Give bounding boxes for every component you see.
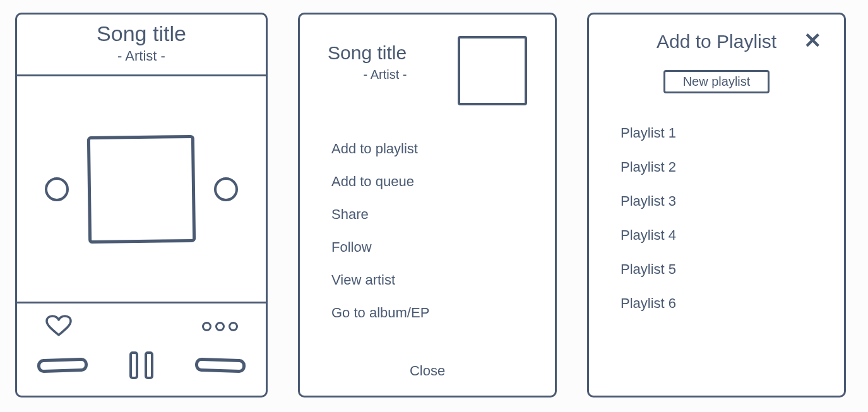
song-artist: - Artist - xyxy=(23,48,259,64)
playlist-item[interactable]: Playlist 1 xyxy=(621,125,816,141)
prev-track-button[interactable] xyxy=(45,177,69,201)
close-icon[interactable]: ✕ xyxy=(804,30,821,51)
playlist-item[interactable]: Playlist 5 xyxy=(621,261,816,278)
player-body xyxy=(17,76,266,302)
menu-item-add-to-playlist[interactable]: Add to playlist xyxy=(331,141,527,157)
add-to-playlist-screen: Add to Playlist ✕ New playlist Playlist … xyxy=(587,13,846,397)
skip-back-button[interactable] xyxy=(37,358,88,374)
playlist-item[interactable]: Playlist 2 xyxy=(621,159,816,175)
more-options-icon[interactable] xyxy=(202,322,238,331)
menu-item-follow[interactable]: Follow xyxy=(331,239,527,256)
menu-item-add-to-queue[interactable]: Add to queue xyxy=(331,174,527,190)
player-header: Song title - Artist - xyxy=(17,15,266,76)
footer-icons-row xyxy=(35,315,248,338)
song-title: Song title xyxy=(23,22,259,45)
pause-button[interactable] xyxy=(129,351,153,379)
playlist-item[interactable]: Playlist 3 xyxy=(621,193,816,209)
playlist-item[interactable]: Playlist 4 xyxy=(621,227,816,244)
song-artist: - Artist - xyxy=(328,68,443,82)
add-playlist-header: Add to Playlist ✕ xyxy=(617,31,816,52)
song-title: Song title xyxy=(328,42,443,64)
playlist-list: Playlist 1 Playlist 2 Playlist 3 Playlis… xyxy=(617,125,816,312)
skip-forward-button[interactable] xyxy=(195,358,246,374)
song-menu-screen: Song title - Artist - Add to playlist Ad… xyxy=(298,13,557,397)
add-playlist-title: Add to Playlist xyxy=(657,31,776,52)
close-button[interactable]: Close xyxy=(328,358,527,383)
player-footer xyxy=(17,302,266,396)
next-track-button[interactable] xyxy=(214,177,238,201)
menu-item-share[interactable]: Share xyxy=(331,206,527,223)
song-menu-header: Song title - Artist - xyxy=(328,36,527,105)
player-screen: Song title - Artist - xyxy=(15,13,268,397)
song-menu-list: Add to playlist Add to queue Share Follo… xyxy=(328,141,527,321)
new-playlist-button[interactable]: New playlist xyxy=(663,70,770,93)
album-art[interactable] xyxy=(87,135,196,244)
menu-item-view-artist[interactable]: View artist xyxy=(331,272,527,288)
song-menu-titles: Song title - Artist - xyxy=(328,36,443,82)
menu-item-go-to-album[interactable]: Go to album/EP xyxy=(331,305,527,321)
album-thumbnail[interactable] xyxy=(458,36,527,105)
playlist-item[interactable]: Playlist 6 xyxy=(621,295,816,312)
transport-controls xyxy=(35,351,248,379)
heart-icon[interactable] xyxy=(45,315,73,338)
